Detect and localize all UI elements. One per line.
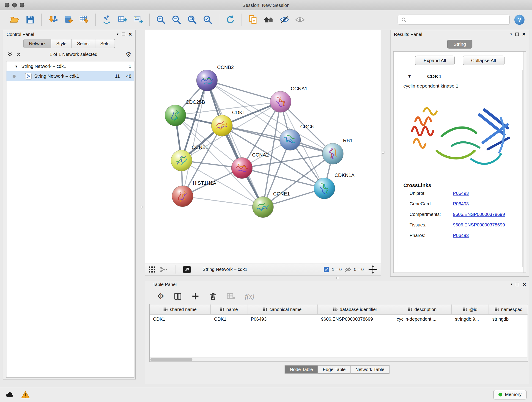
crosslink-link[interactable]: P06493 <box>453 233 469 238</box>
panel-menu-icon[interactable]: ▾ <box>117 32 118 36</box>
crosslink-link[interactable]: P06493 <box>453 201 469 206</box>
network-node-HIST1H1A[interactable] <box>172 186 193 207</box>
table-tab-network-table[interactable]: Network Table <box>350 365 389 374</box>
panel-float-icon[interactable] <box>516 283 519 286</box>
zoom-fit-button[interactable] <box>184 12 200 27</box>
column-header-database-identifier[interactable]: database identifier <box>317 304 393 314</box>
crosslink-link[interactable]: 9606.ENSP00000378699 <box>453 212 505 217</box>
import-table-button[interactable] <box>76 12 92 27</box>
panel-menu-icon[interactable]: ▾ <box>511 283 512 286</box>
results-scrollbar[interactable] <box>523 51 526 273</box>
panel-menu-icon[interactable]: ▾ <box>510 32 512 36</box>
column-header--id[interactable]: @id <box>452 304 489 314</box>
table-cell[interactable]: stringdb <box>489 315 528 324</box>
network-graph[interactable]: CCNB2CCNA1CDC25BCDK1CDC6RB1CCNB1CCNA2CDK… <box>145 30 381 263</box>
right-splitter-handle[interactable] <box>382 151 385 154</box>
network-edge[interactable] <box>222 126 333 154</box>
table-settings-gear-icon[interactable]: ⚙ <box>157 293 164 300</box>
minimize-window-button[interactable] <box>12 3 17 7</box>
network-tools-button[interactable] <box>99 12 114 27</box>
network-edge[interactable] <box>207 80 280 102</box>
import-network-from-database-button[interactable] <box>61 12 76 27</box>
close-window-button[interactable] <box>5 3 10 7</box>
panel-close-icon[interactable]: × <box>523 281 526 287</box>
pan-crosshair-icon[interactable] <box>368 265 377 274</box>
network-node-CCNB2[interactable] <box>196 70 217 91</box>
network-node-CDK1[interactable] <box>211 115 233 136</box>
tab-sets[interactable]: Sets <box>95 39 115 48</box>
network-collection-row[interactable]: ▼ String Network – cdk1 1 <box>6 61 134 71</box>
maximize-window-button[interactable] <box>20 3 25 7</box>
panel-close-icon[interactable]: × <box>128 32 132 37</box>
tab-select[interactable]: Select <box>71 39 95 48</box>
open-session-button[interactable] <box>7 12 22 27</box>
help-button[interactable]: ? <box>514 15 525 25</box>
table-cell[interactable]: CDK1 <box>150 315 211 324</box>
gene-section-header[interactable]: ▼ CDK1 <box>397 70 522 83</box>
tab-network[interactable]: Network <box>24 39 51 48</box>
zoom-out-button[interactable] <box>169 12 184 27</box>
scrollbar-thumb[interactable] <box>150 358 192 361</box>
left-splitter-handle[interactable] <box>140 206 143 208</box>
table-tab-edge-table[interactable]: Edge Table <box>317 365 351 374</box>
collapse-all-button[interactable]: Collapse All <box>462 56 504 65</box>
column-header-namespac[interactable]: namespac <box>489 304 528 314</box>
column-header-description[interactable]: description <box>393 304 452 314</box>
network-node-CCNE1[interactable] <box>253 196 273 217</box>
tab-string[interactable]: String <box>447 40 472 49</box>
gear-icon[interactable]: ⚙ <box>126 51 131 57</box>
network-row[interactable]: String Network – cdk1 11 48 <box>6 71 134 81</box>
panel-float-icon[interactable] <box>515 32 519 36</box>
expand-all-button[interactable]: Expand All <box>415 56 455 65</box>
search-box[interactable] <box>398 15 510 25</box>
table-cell[interactable]: P06493 <box>247 315 318 324</box>
export-image-button[interactable] <box>130 12 146 27</box>
bottom-splitter-handle[interactable] <box>336 277 339 279</box>
grid-view-icon[interactable] <box>149 266 156 273</box>
refresh-button[interactable] <box>222 12 238 27</box>
delete-column-trash-icon[interactable] <box>209 292 217 300</box>
warning-icon[interactable] <box>21 390 30 399</box>
column-header-name[interactable]: name <box>211 304 247 314</box>
network-node-CCNA2[interactable] <box>231 157 253 179</box>
table-cell[interactable]: CDK1 <box>211 315 247 324</box>
table-horizontal-scrollbar[interactable] <box>150 357 528 361</box>
network-canvas[interactable]: CCNB2CCNA1CDC25BCDK1CDC6RB1CCNB1CCNA2CDK… <box>145 30 381 263</box>
table-row[interactable]: CDK1CDK1P064939606.ENSP00000378699cyclin… <box>150 315 528 324</box>
export-table-button[interactable] <box>115 12 130 27</box>
network-node-CCNA1[interactable] <box>270 91 291 112</box>
network-edge[interactable] <box>183 196 263 207</box>
column-header-shared-name[interactable]: shared name <box>150 304 211 314</box>
cloud-icon[interactable] <box>6 391 14 398</box>
save-session-button[interactable] <box>22 12 38 27</box>
table-cell[interactable]: cyclin-dependent ... <box>393 315 452 324</box>
selected-checkbox-icon[interactable] <box>324 267 329 272</box>
zoom-in-button[interactable] <box>153 12 169 27</box>
add-column-plus-icon[interactable] <box>191 292 200 300</box>
show-columns-icon[interactable] <box>174 292 182 300</box>
clone-network-button[interactable] <box>245 12 261 27</box>
network-node-CDC25B[interactable] <box>165 105 186 126</box>
show-all-button[interactable] <box>292 12 308 27</box>
hide-selected-button[interactable] <box>277 12 292 27</box>
crosslink-link[interactable]: 9606.ENSP00000378699 <box>453 222 505 227</box>
import-network-button[interactable] <box>45 12 61 27</box>
tab-style[interactable]: Style <box>51 39 72 48</box>
network-overview-icon[interactable] <box>159 266 168 273</box>
left-splitter[interactable] <box>136 30 145 379</box>
search-input[interactable] <box>409 17 506 22</box>
export-network-icon[interactable] <box>183 265 191 274</box>
panel-float-icon[interactable] <box>122 32 125 36</box>
zoom-selected-button[interactable] <box>200 12 215 27</box>
table-cell[interactable]: stringdb:9... <box>452 315 489 324</box>
network-node-CDC6[interactable] <box>279 129 301 150</box>
table-cell[interactable]: 9606.ENSP00000378699 <box>317 315 393 324</box>
network-node-CDKN1A[interactable] <box>314 178 335 199</box>
column-header-canonical-name[interactable]: canonical name <box>247 304 318 314</box>
collapse-all-icon[interactable] <box>7 51 13 57</box>
crosslink-link[interactable]: P06493 <box>453 191 469 196</box>
memory-button[interactable]: Memory <box>494 390 527 399</box>
network-node-RB1[interactable] <box>322 143 343 164</box>
network-node-CCNB1[interactable] <box>171 150 192 171</box>
network-edge[interactable] <box>207 80 263 207</box>
